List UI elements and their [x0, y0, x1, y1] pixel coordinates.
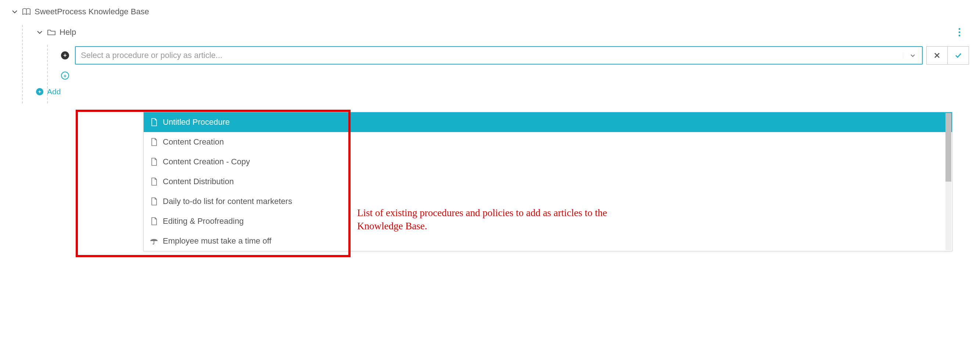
tree-root-label: SweetProcess Knowledge Base	[35, 7, 149, 16]
article-select-row: +	[61, 45, 969, 66]
svg-point-1	[959, 32, 961, 33]
plus-circle-icon[interactable]: +	[61, 71, 69, 80]
chevron-down-icon[interactable]	[36, 28, 43, 36]
tree-help-label: Help	[59, 27, 76, 37]
tree-help-row[interactable]: Help	[36, 25, 969, 40]
plus-circle-icon[interactable]: +	[61, 51, 69, 59]
svg-point-2	[959, 35, 961, 37]
book-icon	[22, 7, 31, 16]
folder-icon	[47, 28, 56, 37]
tree-root-row[interactable]: SweetProcess Knowledge Base	[11, 5, 969, 19]
chevron-down-icon[interactable]	[903, 52, 922, 59]
add-article-row[interactable]: +	[61, 68, 969, 83]
article-select[interactable]	[75, 46, 923, 65]
add-category-link[interactable]: + Add	[36, 84, 969, 99]
article-select-input[interactable]	[76, 47, 903, 64]
article-select-container	[75, 46, 969, 65]
confirm-button[interactable]	[948, 46, 969, 65]
cancel-button[interactable]	[926, 46, 948, 65]
svg-point-0	[959, 28, 961, 30]
kebab-menu-button[interactable]	[953, 28, 966, 37]
plus-circle-icon[interactable]: +	[36, 88, 43, 95]
chevron-down-icon[interactable]	[11, 8, 18, 16]
add-category-label: Add	[47, 87, 60, 96]
